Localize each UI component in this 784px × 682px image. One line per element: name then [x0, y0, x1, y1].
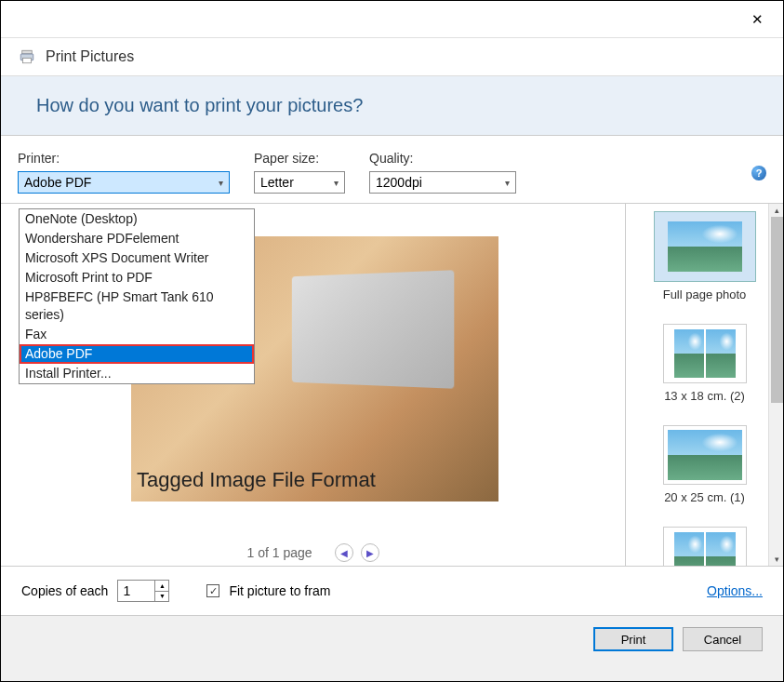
- printer-option[interactable]: OneNote (Desktop): [20, 209, 254, 229]
- thumbnail-pic: [668, 430, 742, 480]
- layout-option[interactable]: Full page photo: [633, 211, 776, 301]
- copies-increment[interactable]: ▲: [155, 581, 168, 592]
- caret-left-icon: ◀: [340, 548, 348, 558]
- paper-size-value: Letter: [260, 175, 294, 190]
- action-footer: Print Cancel: [1, 615, 783, 662]
- options-footer: Copies of each 1 ▲ ▼ ✓ Fit picture to fr…: [1, 566, 783, 615]
- fit-picture-label: Fit picture to fram: [229, 583, 330, 598]
- printer-selected-value: Adobe PDF: [24, 175, 91, 190]
- copies-input[interactable]: 1 ▲ ▼: [117, 580, 169, 602]
- dialog-header: Print Pictures: [1, 38, 783, 75]
- fit-picture-checkbox[interactable]: ✓: [206, 584, 219, 597]
- printer-option[interactable]: Wondershare PDFelement: [20, 229, 254, 248]
- layout-option[interactable]: 20 x 25 cm. (1): [633, 425, 776, 504]
- printer-icon: [18, 48, 36, 65]
- layout-thumbnail: [654, 211, 756, 282]
- printer-option[interactable]: Adobe PDF: [20, 344, 254, 364]
- quality-value: 1200dpi: [376, 175, 422, 190]
- cancel-button[interactable]: Cancel: [683, 627, 763, 651]
- help-icon[interactable]: ?: [751, 166, 766, 181]
- print-button[interactable]: Print: [593, 627, 673, 651]
- dialog-title: Print Pictures: [46, 48, 134, 65]
- svg-rect-2: [23, 59, 32, 63]
- layout-label: Full page photo: [633, 288, 776, 301]
- layout-label: 13 x 18 cm. (2): [633, 389, 776, 403]
- scrollbar[interactable]: ▴ ▾: [768, 204, 783, 566]
- question-text: How do you want to print your pictures?: [36, 95, 748, 116]
- close-icon: ✕: [751, 11, 764, 28]
- printer-dropdown-list: OneNote (Desktop)Wondershare PDFelementM…: [19, 208, 255, 384]
- quality-label: Quality:: [369, 151, 516, 166]
- thumbnail-pic: [674, 532, 704, 566]
- layout-thumbnail: [663, 324, 747, 383]
- paper-size-label: Paper size:: [254, 151, 345, 166]
- printer-option[interactable]: Install Printer...: [20, 364, 254, 383]
- caret-right-icon: ▶: [366, 548, 374, 558]
- printer-option[interactable]: Microsoft Print to PDF: [20, 268, 254, 288]
- copies-decrement[interactable]: ▼: [155, 592, 168, 602]
- scrollbar-thumb[interactable]: [771, 217, 783, 403]
- printer-label: Printer:: [18, 151, 230, 166]
- printer-option[interactable]: Fax: [20, 325, 254, 344]
- thumbnail-pic: [668, 221, 742, 272]
- printer-dropdown[interactable]: Adobe PDF ▾: [18, 171, 230, 194]
- next-page-button[interactable]: ▶: [361, 543, 379, 562]
- copies-value: 1: [118, 583, 154, 598]
- paper-size-dropdown[interactable]: Letter ▾: [254, 171, 345, 194]
- layout-panel: Full page photo13 x 18 cm. (2)20 x 25 cm…: [625, 204, 783, 566]
- prev-page-button[interactable]: ◀: [335, 543, 353, 562]
- thumbnail-pic: [674, 329, 704, 378]
- thumbnail-pic: [706, 532, 736, 566]
- scroll-up-arrow[interactable]: ▴: [769, 204, 783, 217]
- svg-rect-0: [22, 50, 33, 54]
- copies-label: Copies of each: [21, 583, 108, 598]
- quality-dropdown[interactable]: 1200dpi ▾: [369, 171, 516, 194]
- settings-row: Printer: Adobe PDF ▾ Paper size: Letter …: [1, 136, 783, 203]
- layout-thumbnail: [663, 527, 747, 566]
- chevron-down-icon: ▾: [505, 178, 510, 188]
- chevron-down-icon: ▾: [219, 178, 223, 188]
- layout-option[interactable]: [633, 527, 776, 566]
- question-banner: How do you want to print your pictures?: [1, 75, 783, 136]
- chevron-down-icon: ▾: [334, 178, 339, 188]
- printer-option[interactable]: HP8FBEFC (HP Smart Tank 610 series): [20, 288, 254, 325]
- copies-spinner: ▲ ▼: [154, 581, 168, 601]
- options-link[interactable]: Options...: [707, 583, 763, 598]
- pagination: 1 of 1 page ◀ ▶: [246, 543, 379, 562]
- thumbnail-pic: [706, 329, 736, 378]
- page-indicator: 1 of 1 page: [246, 545, 312, 560]
- printer-option[interactable]: Microsoft XPS Document Writer: [20, 248, 254, 268]
- layout-label: 20 x 25 cm. (1): [633, 490, 776, 504]
- preview-caption: Tagged Image File Format: [137, 468, 376, 492]
- scroll-down-arrow[interactable]: ▾: [769, 553, 783, 566]
- layout-thumbnail: [663, 425, 747, 485]
- close-button[interactable]: ✕: [738, 6, 776, 33]
- window-titlebar: ✕: [1, 1, 783, 38]
- layout-option[interactable]: 13 x 18 cm. (2): [633, 324, 776, 403]
